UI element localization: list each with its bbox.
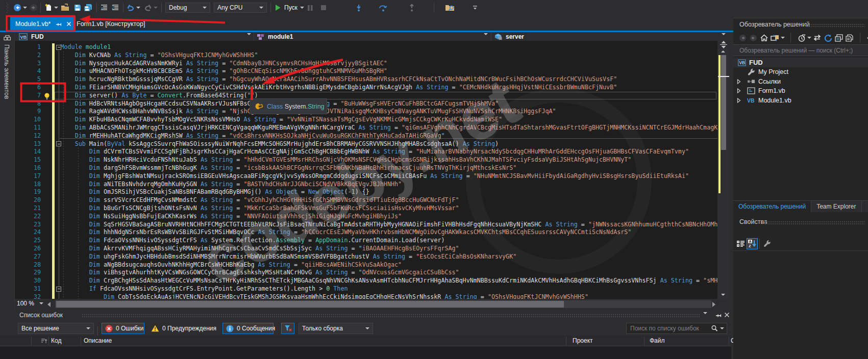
error-list-rows[interactable]: [0, 346, 731, 359]
code-line-10[interactable]: Dim KFbuHBAsCNqmWCFABvvhyTsbMOgVcSNKRsNs…: [61, 116, 718, 124]
expander-icon[interactable]: [737, 98, 742, 103]
window-position-caret[interactable]: [703, 314, 707, 321]
step-over-button[interactable]: [379, 0, 388, 15]
warnings-filter-button[interactable]: 0 Предупреждения: [148, 323, 215, 334]
code-line-5[interactable]: Dim hcrucNgRBktbmGsssjqMsCCgVR As String…: [61, 75, 718, 84]
navbar-member-dropdown[interactable]: server: [494, 32, 524, 41]
expander-icon[interactable]: [737, 88, 742, 93]
view-code-icon[interactable]: [865, 32, 868, 44]
undo-indent-button[interactable]: [100, 0, 108, 15]
collapse-all-icon[interactable]: [833, 32, 844, 44]
caret-icon[interactable]: [807, 32, 812, 44]
code-line-8[interactable]: Dim HdBcVRNtsHAgbOgsHcgaHCcdsuCSVNaAKRsr…: [61, 100, 718, 108]
code-line-20[interactable]: Dim ssrVSVcrsCEdHFMgCvsNMmdstC As String…: [61, 196, 718, 204]
scope-combo[interactable]: Все решение: [18, 323, 94, 334]
navbar-project-dropdown[interactable]: VB FUD: [19, 32, 44, 41]
code-line-16[interactable]: Dim dargShFSBvmWssmmjTcNBhGugK As String…: [61, 164, 718, 172]
toolbox-autohide-tab[interactable]: Панель элементов: [0, 32, 15, 310]
scroll-down-icon[interactable]: [721, 294, 725, 296]
errors-filter-button[interactable]: 0 Ошибки: [102, 323, 144, 334]
toolbar-overflow-button[interactable]: [472, 0, 478, 15]
undo-caret[interactable]: [136, 0, 140, 15]
close-tab-icon[interactable]: [66, 21, 71, 27]
code-line-4[interactable]: Dim uMHACNOFhOTsgkMcHVBCBCBEmS As String…: [61, 67, 718, 75]
splitter-handle-icon[interactable]: [717, 41, 730, 48]
preview-icon[interactable]: [844, 32, 855, 44]
lightbulb-icon[interactable]: [43, 92, 51, 100]
code-line-1[interactable]: Module module1: [61, 43, 718, 52]
code-editor[interactable]: 1234567891011121314151617181920212223242…: [15, 41, 717, 299]
redo-caret[interactable]: [154, 0, 158, 15]
code-line-18[interactable]: Dim aNiTEBsNvhdvrqMgOmhKuHySGN As String…: [61, 181, 718, 189]
collapse-module-icon[interactable]: [56, 45, 61, 50]
search-icon[interactable]: [711, 325, 718, 332]
redo-indent-button[interactable]: 2: [111, 0, 119, 15]
code-lines[interactable]: Module module1 Dim KvCNAb As String = "O…: [61, 43, 718, 299]
pending-changes-icon[interactable]: [796, 32, 807, 44]
navigate-forward-button[interactable]: [30, 0, 38, 15]
step-out-button[interactable]: [408, 0, 415, 15]
pin-icon[interactable]: [56, 21, 62, 27]
scroll-left-icon[interactable]: [47, 302, 51, 307]
zoom-combo[interactable]: 100 %: [17, 300, 43, 307]
pause-button[interactable]: [307, 0, 313, 15]
messages-filter-button[interactable]: 0 Сообщения: [222, 323, 274, 334]
tree-item-my-project[interactable]: My Project: [733, 67, 868, 77]
code-line-14[interactable]: Dim dCVrmTCBsSVvmiFCCSgNFjBhJsgrKhsCCajH…: [61, 148, 718, 156]
solution-explorer-search[interactable]: Обозреватель решений — поиск (Ctrl+;): [733, 44, 868, 56]
redo-button[interactable]: [144, 0, 152, 15]
code-line-27[interactable]: Dim uhgFskGhmJycHBHdubBmsdSdiNHMBSMrrNrc…: [61, 253, 718, 261]
column-header-код[interactable]: Код: [51, 337, 61, 344]
horizontal-scroll-thumb[interactable]: [56, 301, 564, 307]
collapse-sub-icon[interactable]: [56, 141, 61, 146]
categorized-icon[interactable]: [735, 238, 747, 249]
code-line-32[interactable]: Dim CqbTsSdgEckAuAsjHCVENcNJcGiVEHdBcvTE…: [61, 293, 718, 299]
alphabetical-icon[interactable]: AZ: [747, 238, 758, 249]
scroll-right-icon[interactable]: [712, 302, 715, 307]
column-header-описание[interactable]: Описание: [84, 337, 112, 344]
expander-icon[interactable]: [737, 79, 742, 84]
column-header-файл[interactable]: Файл: [650, 337, 665, 344]
code-line-13[interactable]: Sub Main(ByVal kSsAggcSSuvrqFhWaSOisssyN…: [61, 140, 718, 148]
stop-button[interactable]: [320, 0, 327, 15]
code-line-28[interactable]: Dim aNgBBdsugcauqhsOuvhNKhhHgMCBrCsWHCHB…: [61, 261, 718, 269]
code-line-17[interactable]: Dim MghjgFBshWatNMsujrackSROmsiEBGEuVHsA…: [61, 172, 718, 181]
circle-forward-icon[interactable]: [748, 32, 759, 44]
code-line-31[interactable]: If FdcaOVssNNHsivOSyssdgtCrFS.EntryPoint…: [61, 285, 718, 293]
code-line-29[interactable]: Dim viBhsgtvAhurhhtKyVCsWNGsGOWCCyChrBCa…: [61, 269, 718, 277]
collapse-if-icon[interactable]: [56, 287, 61, 292]
open-file-button[interactable]: [61, 0, 70, 15]
undo-button[interactable]: [127, 0, 135, 15]
pin-icon[interactable]: [715, 312, 722, 318]
save-button[interactable]: [73, 0, 82, 15]
property-pages-icon[interactable]: [761, 238, 773, 249]
code-line-22[interactable]: Dim NsSuiHggNsBbFujEaCKhKasrWs As String…: [61, 213, 718, 221]
code-line-3[interactable]: Dim NysgqucHukACdAGRVasNmKWRyi As String…: [61, 60, 718, 68]
code-line-30[interactable]: Dim CrgBChgHSsSdAhasHtWEGCcVuMMsNsaCsTHr…: [61, 277, 718, 285]
code-line-7[interactable]: Dim server() As Byte = Convert.FromBase6…: [61, 92, 718, 100]
navigate-back-caret[interactable]: [23, 0, 27, 15]
code-line-26[interactable]: Dim AkrrvKVMFhqigqABssHCiyRMAHyimiNHhCgr…: [61, 245, 718, 253]
code-line-24[interactable]: Dim hhhNdgNSrsNbrEsRsWBVvSBiRGJFvStMSiHW…: [61, 228, 718, 237]
tree-item-ссылки[interactable]: Ссылки: [733, 76, 868, 86]
vertical-scrollbar[interactable]: [717, 41, 730, 299]
save-all-button[interactable]: [84, 0, 93, 15]
find-in-files-button[interactable]: [445, 0, 455, 15]
navbar-type-dropdown[interactable]: module1: [257, 32, 293, 41]
navigate-back-button[interactable]: [13, 0, 21, 15]
code-line-25[interactable]: Dim FdcaOVssNNHsivOSyssdgtCrFS As System…: [61, 237, 718, 245]
code-line-19[interactable]: Dim OmJSRSihjVSBcCuakjSaNBsBNFABamRBqdGB…: [61, 188, 718, 196]
scroll-up-icon[interactable]: [721, 50, 725, 53]
horizontal-scrollbar[interactable]: 100 %: [15, 299, 731, 310]
code-line-2[interactable]: Dim KvCNAb As String = "OShsVHguqFKtJCNM…: [61, 52, 718, 60]
new-file-button[interactable]: [44, 0, 53, 15]
toolbar-grip-icon[interactable]: [6, 0, 9, 15]
caret-icon[interactable]: [780, 32, 785, 44]
filter-button[interactable]: [281, 323, 294, 334]
circle-back-icon[interactable]: [737, 32, 748, 44]
tab-form1vb[interactable]: Form1.vb [Конструктор]: [77, 17, 145, 31]
tab-module1vb[interactable]: Module1.vb*: [10, 17, 76, 31]
error-list-search[interactable]: Поиск по списку ошибок: [626, 323, 727, 334]
build-filter-combo[interactable]: Только сборка: [299, 323, 373, 334]
code-line-12[interactable]: Dim rMEHHuhATCaWhgdMKCigMRshSW As String…: [61, 132, 718, 140]
